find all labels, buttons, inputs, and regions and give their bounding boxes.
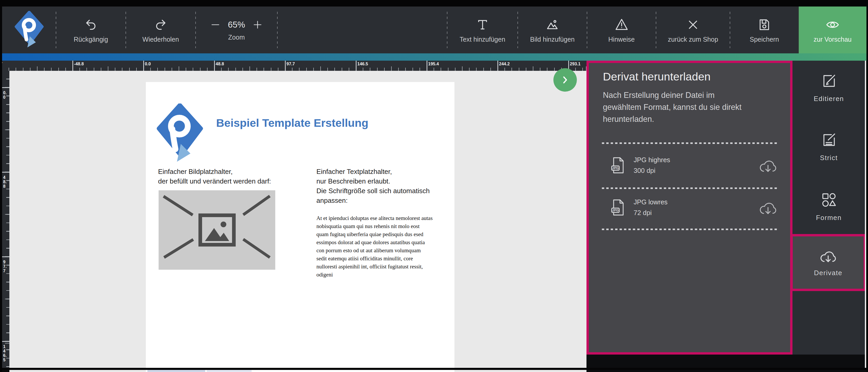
editor-window: Rückgängig Wiederholen 65% Zoom Text hin… (0, 0, 868, 372)
v-ruler-minor-ticks (6, 71, 9, 369)
preview-label: zur Vorschau (813, 36, 851, 43)
text-icon (475, 18, 490, 32)
dotted-divider (602, 143, 778, 144)
h-ruler-label: 97.7 (286, 61, 295, 66)
back-to-shop-label: zurück zum Shop (668, 36, 718, 43)
h-ruler-label: 48.8 (216, 61, 224, 66)
window-frame-left (0, 0, 2, 372)
top-toolbar: Rückgängig Wiederholen 65% Zoom Text hin… (2, 6, 866, 53)
save-icon (757, 18, 772, 32)
close-icon (686, 18, 700, 32)
vertical-ruler: 0.0 48.8 97.7 146.5 (2, 71, 9, 369)
sidebar-item-editieren[interactable]: Editieren (793, 72, 865, 103)
app-logo (2, 6, 56, 53)
dotted-divider (602, 187, 778, 189)
strict-edit-icon (820, 131, 838, 149)
sidebar-item-label: Formen (816, 214, 842, 222)
preview-button[interactable]: zur Vorschau (799, 6, 866, 53)
add-text-button[interactable]: Text hinzufügen (447, 6, 518, 53)
v-ruler-label: 0.0 (3, 91, 6, 99)
download-item-dpi: 300 dpi (633, 167, 670, 175)
image-placeholder[interactable] (159, 190, 275, 270)
v-ruler-label: 97.7 (3, 260, 6, 273)
hints-label: Hinweise (608, 36, 635, 43)
edit-icon (820, 72, 838, 90)
redo-icon (153, 18, 168, 32)
h-ruler-label: 146.5 (357, 61, 368, 66)
jpg-badge-text: JPG (612, 208, 619, 212)
chevron-right-icon (559, 74, 571, 86)
sidebar-item-derivate[interactable]: Derivate (790, 234, 866, 291)
jpg-badge-text: JPG (612, 166, 619, 170)
sidebar-item-label: Derivate (814, 269, 842, 277)
h-ruler-label: 293.1 (570, 61, 581, 66)
h-ruler-label: 244.2 (499, 61, 510, 66)
page-title-text[interactable]: Beispiel Template Erstellung (216, 117, 369, 129)
image-icon (545, 18, 560, 32)
sidebar-item-label: Strict (820, 154, 838, 162)
page-logo-image[interactable] (156, 102, 204, 165)
redo-label: Wiederholen (143, 36, 179, 43)
zoom-label: Zoom (228, 34, 245, 41)
text-placeholder-label[interactable]: Einfacher Textplatzhalter, nur Beschreib… (316, 167, 430, 206)
zoom-in-button[interactable] (252, 20, 263, 30)
cloud-download-icon[interactable] (757, 157, 778, 174)
dotted-divider (602, 228, 778, 230)
sidebar-item-label: Editieren (813, 95, 844, 103)
derivative-panel: Derivat herunterladen Nach Erstellung de… (587, 61, 793, 354)
save-button[interactable]: Speichern (730, 6, 799, 53)
sidebar-item-strict[interactable]: Strict (793, 131, 865, 162)
add-image-button[interactable]: Bild hinzufügen (518, 6, 587, 53)
cutoff-page-element (147, 370, 205, 372)
image-placeholder-icon (159, 190, 275, 270)
download-item-dpi: 72 dpi (633, 209, 668, 217)
v-ruler-label: 146.5 (3, 344, 6, 362)
undo-label: Rückgängig (74, 36, 108, 43)
back-to-shop-button[interactable]: zurück zum Shop (656, 6, 730, 53)
jpg-file-icon: JPG (610, 155, 626, 176)
h-ruler-minor-ticks (2, 68, 587, 71)
cloud-download-icon[interactable] (757, 199, 778, 216)
download-item-lowres[interactable]: JPG JPG lowres 72 dpi (610, 191, 778, 224)
h-ruler-label: -48.8 (74, 61, 84, 66)
scrollbar-track[interactable] (865, 61, 866, 369)
body-text-placeholder[interactable]: At et ipienduci doluptas ese alitecta ne… (316, 214, 452, 279)
sidebar-item-formen[interactable]: Formen (793, 191, 865, 222)
window-frame-right (866, 0, 868, 372)
cloud-download-icon (818, 248, 838, 264)
window-frame-bottom (0, 368, 868, 370)
undo-button[interactable]: Rückgängig (56, 6, 126, 53)
zoom-control: 65% Zoom (195, 6, 277, 53)
zoom-value: 65% (228, 20, 245, 30)
document-page: Beispiel Template Erstellung Einfacher B… (146, 82, 455, 372)
jpg-file-icon: JPG (610, 197, 626, 218)
window-frame-top (0, 0, 868, 6)
horizontal-ruler: -97.7 -48.8 0.0 48.8 97.7 146.5 195.4 24… (2, 61, 587, 71)
redo-button[interactable]: Wiederholen (126, 6, 195, 53)
warning-icon (614, 18, 629, 32)
h-ruler-label: 195.4 (428, 61, 439, 66)
download-item-highres[interactable]: JPG JPG highres 300 dpi (610, 149, 778, 181)
zoom-out-button[interactable] (210, 20, 221, 30)
cutoff-page-element (207, 370, 252, 372)
download-item-name: JPG lowres (633, 198, 668, 206)
save-label: Speichern (750, 36, 779, 43)
add-text-label: Text hinzufügen (460, 36, 505, 43)
tool-sidebar: Editieren Strict Formen Derivate (793, 61, 865, 369)
add-image-label: Bild hinzufügen (530, 36, 575, 43)
hints-button[interactable]: Hinweise (587, 6, 656, 53)
brand-logo-icon (14, 11, 44, 49)
design-canvas[interactable]: Beispiel Template Erstellung Einfacher B… (9, 71, 587, 372)
shapes-icon (820, 191, 838, 209)
image-placeholder-label[interactable]: Einfacher Bildplatzhalter, der befüllt u… (158, 167, 271, 186)
gradient-divider (2, 53, 866, 61)
download-item-name: JPG highres (633, 156, 670, 164)
h-ruler-label: 0.0 (145, 61, 151, 66)
undo-icon (84, 18, 98, 32)
panel-collapse-button[interactable] (553, 68, 577, 92)
v-ruler-label: 48.8 (3, 175, 6, 188)
panel-description: Nach Erstellung deiner Datei im gewählte… (603, 89, 741, 125)
eye-icon (825, 18, 840, 32)
panel-title: Derivat herunterladen (603, 70, 711, 83)
